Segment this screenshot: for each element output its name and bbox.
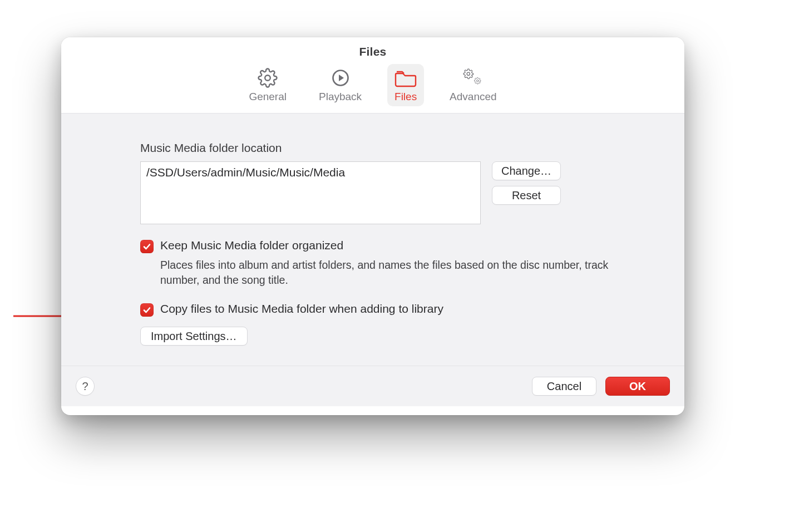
keep-organized-checkbox[interactable] bbox=[140, 240, 154, 253]
reset-button-label: Reset bbox=[512, 189, 541, 202]
checkmark-icon bbox=[142, 242, 151, 251]
import-settings-button[interactable]: Import Settings… bbox=[140, 327, 248, 346]
gear-icon bbox=[256, 67, 279, 88]
tab-playback[interactable]: Playback bbox=[312, 64, 368, 106]
window-title: Files bbox=[61, 45, 684, 58]
ok-button-label: OK bbox=[629, 380, 646, 393]
copy-files-checkbox[interactable] bbox=[140, 303, 154, 317]
tab-files[interactable]: Files bbox=[387, 64, 424, 106]
tab-bar: General Playback bbox=[61, 58, 684, 113]
reset-button[interactable]: Reset bbox=[492, 186, 561, 205]
cancel-button[interactable]: Cancel bbox=[532, 377, 596, 396]
folder-icon bbox=[394, 67, 417, 88]
help-button[interactable]: ? bbox=[76, 377, 95, 396]
tab-general[interactable]: General bbox=[242, 64, 293, 106]
gears-icon bbox=[461, 67, 485, 88]
checkmark-icon bbox=[142, 306, 151, 314]
footer: ? Cancel OK bbox=[61, 366, 684, 406]
preferences-window: Files General bbox=[61, 37, 684, 415]
content-area: Music Media folder location /SSD/Users/a… bbox=[61, 114, 684, 406]
ok-button[interactable]: OK bbox=[605, 377, 670, 396]
svg-marker-4 bbox=[339, 75, 344, 81]
svg-point-6 bbox=[477, 80, 479, 82]
change-button-label: Change… bbox=[501, 165, 551, 178]
folder-path-value: /SSD/Users/admin/Music/Music/Media bbox=[146, 166, 345, 179]
keep-organized-label: Keep Music Media folder organized bbox=[160, 239, 343, 252]
import-settings-label: Import Settings… bbox=[151, 330, 237, 343]
cancel-button-label: Cancel bbox=[547, 380, 581, 393]
tab-files-label: Files bbox=[394, 91, 417, 103]
folder-path-field[interactable]: /SSD/Users/admin/Music/Music/Media bbox=[140, 161, 481, 224]
svg-point-5 bbox=[467, 72, 470, 75]
svg-point-2 bbox=[265, 75, 270, 81]
tab-playback-label: Playback bbox=[319, 91, 362, 103]
change-button[interactable]: Change… bbox=[492, 161, 561, 180]
copy-files-label: Copy files to Music Media folder when ad… bbox=[160, 302, 443, 316]
tab-advanced[interactable]: Advanced bbox=[443, 64, 504, 106]
play-circle-icon bbox=[329, 67, 352, 88]
tab-general-label: General bbox=[249, 91, 287, 103]
titlebar: Files General bbox=[61, 37, 684, 113]
keep-organized-hint: Places files into album and artist folde… bbox=[160, 258, 612, 288]
folder-location-label: Music Media folder location bbox=[140, 141, 612, 155]
help-icon: ? bbox=[82, 380, 88, 393]
tab-advanced-label: Advanced bbox=[450, 91, 497, 103]
